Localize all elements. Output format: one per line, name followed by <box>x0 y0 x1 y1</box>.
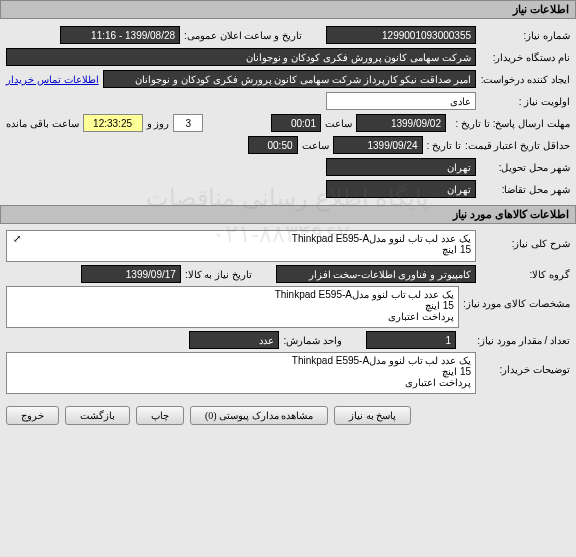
form-goods-info: شرح کلی نیاز: ⤢ یک عدد لب تاب لنوو مدلTh… <box>0 224 576 400</box>
label-buyer-org: نام دستگاه خریدار: <box>480 52 570 63</box>
label-demand-city: شهر محل تقاضا: <box>480 184 570 195</box>
label-qty: تعداد / مقدار مورد نیاز: <box>460 335 570 346</box>
label-delivery-city: شهر محل تحویل: <box>480 162 570 173</box>
field-qty: 1 <box>366 331 456 349</box>
field-demand-city: تهران <box>326 180 476 198</box>
section-header-need-info: اطلاعات نیاز <box>0 0 576 19</box>
field-buyer-notes: یک عدد لب تاب لنوو مدلThinkpad E595-A 15… <box>6 352 476 394</box>
field-unit: عدد <box>189 331 279 349</box>
field-buyer-org: شرکت سهامی کانون پرورش فکری کودکان و نوج… <box>6 48 476 66</box>
field-delivery-city: تهران <box>326 158 476 176</box>
label-announce: تاریخ و ساعت اعلان عمومی: <box>184 30 302 41</box>
label-validity: حداقل تاریخ اعتبار قیمت: <box>465 140 570 151</box>
label-remaining: ساعت باقی مانده <box>6 118 79 129</box>
label-priority: اولویت نیاز : <box>480 96 570 107</box>
field-remaining: 12:33:25 <box>83 114 143 132</box>
label-until: تا تاریخ : <box>427 140 461 151</box>
field-announce: 1399/08/28 - 11:16 <box>60 26 180 44</box>
section-header-goods-info: اطلاعات کالاهای مورد نیاز <box>0 205 576 224</box>
label-time-2: ساعت <box>302 140 329 151</box>
label-unit: واحد شمارش: <box>283 335 342 346</box>
print-button[interactable]: چاپ <box>136 406 184 425</box>
field-deadline-time: 00:01 <box>271 114 321 132</box>
label-need-date: تاریخ نیاز به کالا: <box>185 269 252 280</box>
label-deadline: مهلت ارسال پاسخ: تا تاریخ : <box>450 118 570 129</box>
label-buyer-notes: توضیحات خریدار: <box>480 352 570 375</box>
field-priority: عادی <box>326 92 476 110</box>
link-buyer-contact[interactable]: اطلاعات تماس خریدار <box>6 74 99 85</box>
label-group: گروه کالا: <box>480 269 570 280</box>
field-validity-date: 1399/09/24 <box>333 136 423 154</box>
label-time-1: ساعت <box>325 118 352 129</box>
label-creator: ایجاد کننده درخواست: <box>480 74 570 85</box>
form-need-info: شماره نیاز: 1299001093000355 تاریخ و ساع… <box>0 19 576 205</box>
respond-button[interactable]: پاسخ به نیاز <box>334 406 411 425</box>
field-group: کامپیوتر و فناوری اطلاعات-سخت افزار <box>276 265 476 283</box>
back-button[interactable]: بازگشت <box>65 406 130 425</box>
field-request-no: 1299001093000355 <box>326 26 476 44</box>
field-validity-time: 00:50 <box>248 136 298 154</box>
label-desc: شرح کلی نیاز: <box>480 230 570 249</box>
field-days: 3 <box>173 114 203 132</box>
field-desc: ⤢ یک عدد لب تاب لنوو مدلThinkpad E595-A … <box>6 230 476 262</box>
field-deadline-date: 1399/09/02 <box>356 114 446 132</box>
label-days: روز و <box>147 118 170 129</box>
field-creator: امیر صداقت نیکو کارپرداز شرکت سهامی کانو… <box>103 70 476 88</box>
button-bar: خروج بازگشت چاپ مشاهده مدارک پیوستی (0) … <box>0 400 576 431</box>
label-spec: مشخصات کالای مورد نیاز: <box>463 286 570 309</box>
attachments-button[interactable]: مشاهده مدارک پیوستی (0) <box>190 406 328 425</box>
field-spec: یک عدد لب تاب لنوو مدلThinkpad E595-A 15… <box>6 286 459 328</box>
exit-button[interactable]: خروج <box>6 406 59 425</box>
expand-icon[interactable]: ⤢ <box>13 233 21 244</box>
label-request-no: شماره نیاز: <box>480 30 570 41</box>
field-need-date: 1399/09/17 <box>81 265 181 283</box>
